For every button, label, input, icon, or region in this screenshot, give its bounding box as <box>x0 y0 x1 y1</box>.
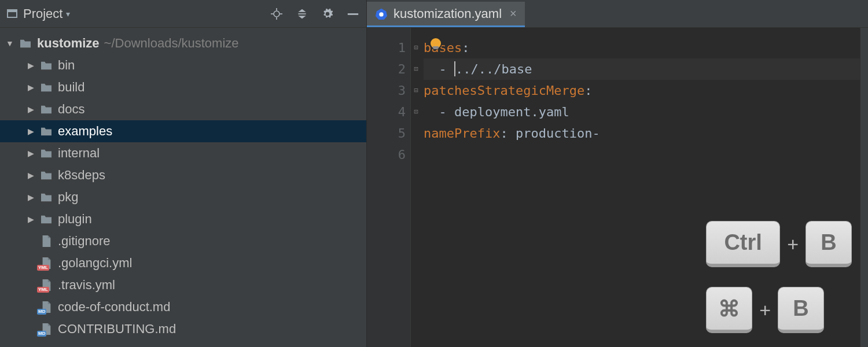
line-number: 6 <box>367 144 406 165</box>
gear-icon[interactable] <box>321 8 334 20</box>
tree-root[interactable]: ▼ kustomize ~/Downloads/kustomize <box>0 32 366 54</box>
tree-label: .travis.yml <box>58 278 115 293</box>
folder-icon <box>38 148 54 158</box>
yaml-key: bases <box>424 40 462 55</box>
chevron-right-icon[interactable]: ▶ <box>25 171 36 180</box>
tree-file[interactable]: YML .golangci.yml <box>0 252 366 274</box>
markdown-file-icon: MD <box>38 323 54 335</box>
chevron-right-icon[interactable]: ▶ <box>25 215 36 224</box>
file-badge: MD <box>37 309 46 315</box>
intention-bulb-icon[interactable] <box>431 38 441 49</box>
locate-icon[interactable] <box>270 8 283 20</box>
editor-tabbar: kustomization.yaml × <box>367 0 868 28</box>
tree-label: .golangci.yml <box>58 256 132 271</box>
folder-icon <box>38 104 54 115</box>
project-tree[interactable]: ▼ kustomize ~/Downloads/kustomize ▶ bin … <box>0 28 366 347</box>
tree-label: pkg <box>58 190 78 205</box>
markdown-file-icon: MD <box>38 301 54 313</box>
chevron-down-icon[interactable]: ▼ <box>5 39 15 48</box>
project-header: Project ▾ <box>0 0 366 28</box>
tree-label: .gitignore <box>58 234 111 249</box>
fold-end-icon: ⊡ <box>411 101 421 123</box>
tree-folder[interactable]: ▶ docs <box>0 98 366 120</box>
file-badge: YML <box>37 265 49 271</box>
tree-label: bin <box>58 58 75 73</box>
shortcut-row: Ctrl + B <box>706 221 852 267</box>
chevron-right-icon[interactable]: ▶ <box>25 193 36 202</box>
yaml-key: patchesStrategicMerge <box>424 83 584 98</box>
fold-handle-icon[interactable]: ⊟ <box>411 37 421 58</box>
line-number: 5 <box>367 123 406 144</box>
tree-label: code-of-conduct.md <box>58 300 170 315</box>
yaml-list-dash: - <box>424 62 454 76</box>
keycap-b: B <box>778 287 824 333</box>
tree-folder[interactable]: ▶ internal <box>0 142 366 164</box>
tree-folder[interactable]: ▶ k8sdeps <box>0 164 366 186</box>
keycap-cmd: ⌘ <box>706 287 752 333</box>
shortcut-row: ⌘ + B <box>706 287 852 333</box>
svg-point-10 <box>379 12 383 16</box>
tree-root-path: ~/Downloads/kustomize <box>104 36 239 51</box>
editor-area: kustomization.yaml × 1 2 3 4 5 6 ⊟ ⊡ ⊟ ⊡ <box>367 0 868 347</box>
svg-point-0 <box>274 11 279 17</box>
tree-folder[interactable]: ▶ plugin <box>0 208 366 230</box>
tree-folder-selected[interactable]: ▶ examples <box>0 120 366 142</box>
fold-column: ⊟ ⊡ ⊟ ⊡ <box>411 28 421 347</box>
tree-file[interactable]: .gitignore <box>0 230 366 252</box>
tree-label: k8sdeps <box>58 168 105 183</box>
file-icon <box>38 235 54 248</box>
tree-label: plugin <box>58 212 92 227</box>
file-badge: YML <box>37 287 49 293</box>
folder-icon <box>38 214 54 224</box>
yaml-value: production- <box>516 126 600 141</box>
tree-label: examples <box>58 124 112 139</box>
project-icon <box>7 9 17 18</box>
editor-tab-filename: kustomization.yaml <box>393 6 502 21</box>
tree-folder[interactable]: ▶ pkg <box>0 186 366 208</box>
yaml-value: ../../base <box>455 62 532 76</box>
folder-icon <box>38 170 54 180</box>
plus-icon: + <box>787 233 799 256</box>
file-badge: MD <box>37 331 46 337</box>
fold-handle-icon[interactable]: ⊟ <box>411 80 421 101</box>
tree-folder[interactable]: ▶ bin <box>0 54 366 76</box>
tree-file[interactable]: MD code-of-conduct.md <box>0 296 366 318</box>
chevron-right-icon[interactable]: ▶ <box>25 127 36 136</box>
yaml-value: deployment.yaml <box>454 105 569 119</box>
svg-rect-7 <box>298 13 306 14</box>
tree-file[interactable]: MD CONTRIBUTING.md <box>0 318 366 340</box>
yaml-file-icon: YML <box>38 279 54 291</box>
chevron-right-icon[interactable]: ▶ <box>25 149 36 158</box>
shortcut-overlay: Ctrl + B ⌘ + B <box>706 221 852 333</box>
folder-icon <box>38 126 54 136</box>
tree-folder[interactable]: ▶ build <box>0 76 366 98</box>
svg-rect-8 <box>348 13 358 15</box>
tree-file[interactable]: YML .travis.yml <box>0 274 366 296</box>
yaml-list-dash: - <box>424 105 454 119</box>
keycap-b: B <box>806 221 852 267</box>
chevron-right-icon[interactable]: ▶ <box>25 61 36 70</box>
chevron-right-icon[interactable]: ▶ <box>25 105 36 114</box>
line-number: 2 <box>367 58 406 80</box>
tree-label: CONTRIBUTING.md <box>58 322 176 337</box>
tree-label: build <box>58 80 84 95</box>
minimize-icon[interactable] <box>347 8 359 20</box>
dropdown-icon[interactable]: ▾ <box>66 9 70 19</box>
line-number: 4 <box>367 101 406 123</box>
tree-label: docs <box>58 102 84 117</box>
kubernetes-icon <box>375 8 388 20</box>
chevron-right-icon[interactable]: ▶ <box>25 83 36 92</box>
close-icon[interactable]: × <box>510 7 517 20</box>
editor-tab-active[interactable]: kustomization.yaml × <box>367 2 525 27</box>
svg-marker-6 <box>298 16 306 19</box>
yaml-colon: : <box>500 126 516 141</box>
collapse-all-icon[interactable] <box>296 8 308 20</box>
folder-icon <box>38 192 54 202</box>
scroll-indicator[interactable] <box>860 28 868 347</box>
line-number: 1 <box>367 37 406 58</box>
yaml-key: namePrefix <box>424 126 500 141</box>
project-selector[interactable]: Project <box>23 6 62 21</box>
svg-marker-5 <box>298 9 306 12</box>
project-tool-window: Project ▾ ▼ <box>0 0 367 347</box>
folder-icon <box>38 82 54 93</box>
